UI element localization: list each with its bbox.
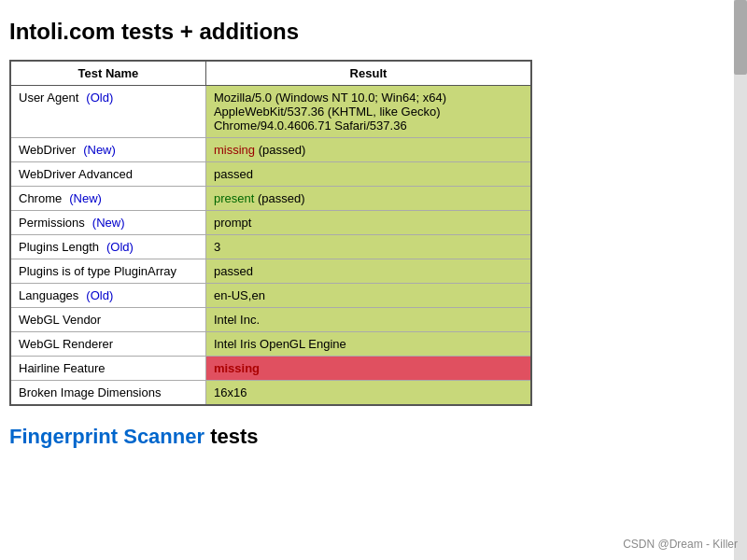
test-name-cell: User Agent(Old) bbox=[10, 86, 205, 138]
test-result-cell: en-US,en bbox=[205, 284, 531, 308]
test-result-value: prompt bbox=[214, 216, 251, 230]
page-container: Intoli.com tests + additions Test Name R… bbox=[0, 0, 728, 458]
test-name-cell: Chrome(New) bbox=[10, 187, 205, 211]
test-table: Test Name Result User Agent(Old)Mozilla/… bbox=[9, 60, 532, 406]
test-tag: (New) bbox=[69, 191, 102, 205]
test-name-cell: Plugins Length(Old) bbox=[10, 235, 205, 259]
table-row: Permissions(New)prompt bbox=[10, 211, 531, 235]
table-header-row: Test Name Result bbox=[10, 61, 531, 86]
test-result-value: missing (passed) bbox=[214, 143, 305, 157]
scrollbar[interactable] bbox=[734, 0, 747, 560]
test-tag: (Old) bbox=[106, 240, 134, 254]
fingerprint-section: Fingerprint Scanner tests bbox=[9, 425, 719, 449]
test-name: Broken Image Dimensions bbox=[19, 385, 161, 399]
test-name: WebDriver Advanced bbox=[19, 167, 133, 181]
test-name: User Agent bbox=[19, 91, 78, 105]
test-result-cell: Mozilla/5.0 (Windows NT 10.0; Win64; x64… bbox=[205, 86, 531, 138]
test-result-value: missing bbox=[214, 361, 260, 375]
test-tag: (New) bbox=[92, 216, 125, 230]
test-result-cell: Intel Iris OpenGL Engine bbox=[205, 332, 531, 357]
scrollbar-thumb[interactable] bbox=[734, 0, 747, 75]
test-result-cell: 16x16 bbox=[205, 381, 531, 406]
test-name-cell: Permissions(New) bbox=[10, 211, 205, 235]
test-result-cell: Intel Inc. bbox=[205, 308, 531, 332]
table-row: Broken Image Dimensions16x16 bbox=[10, 381, 531, 406]
table-row: WebGL RendererIntel Iris OpenGL Engine bbox=[10, 332, 531, 357]
test-name: WebDriver bbox=[19, 143, 76, 157]
col-header-result: Result bbox=[205, 61, 531, 86]
table-row: WebDriver(New)missing (passed) bbox=[10, 138, 531, 162]
fingerprint-link[interactable]: Fingerprint Scanner bbox=[9, 425, 204, 448]
table-row: Plugins Length(Old)3 bbox=[10, 235, 531, 259]
test-result-cell: 3 bbox=[205, 235, 531, 259]
page-title: Intoli.com tests + additions bbox=[9, 19, 719, 45]
test-result-value: Intel Iris OpenGL Engine bbox=[214, 337, 346, 351]
test-name-cell: WebDriver(New) bbox=[10, 138, 205, 162]
test-result-cell: present (passed) bbox=[205, 187, 531, 211]
test-name: Hairline Feature bbox=[19, 361, 106, 375]
table-row: WebDriver Advancedpassed bbox=[10, 162, 531, 187]
test-name: Chrome bbox=[19, 191, 62, 205]
test-name: Plugins Length bbox=[19, 240, 99, 254]
table-row: WebGL VendorIntel Inc. bbox=[10, 308, 531, 332]
test-result-value: 3 bbox=[214, 240, 220, 254]
test-name-cell: Broken Image Dimensions bbox=[10, 381, 205, 406]
test-result-value: en-US,en bbox=[214, 288, 265, 302]
test-name: Permissions bbox=[19, 216, 85, 230]
test-name-cell: WebGL Renderer bbox=[10, 332, 205, 357]
table-row: Languages(Old)en-US,en bbox=[10, 284, 531, 308]
test-result-cell: missing bbox=[205, 357, 531, 381]
fingerprint-suffix: tests bbox=[204, 425, 258, 448]
test-result-value: Intel Inc. bbox=[214, 313, 260, 327]
test-name: Plugins is of type PluginArray bbox=[19, 264, 176, 278]
test-name-cell: Languages(Old) bbox=[10, 284, 205, 308]
test-result-value: Mozilla/5.0 (Windows NT 10.0; Win64; x64… bbox=[214, 91, 446, 133]
col-header-name: Test Name bbox=[10, 61, 205, 86]
table-row: Hairline Featuremissing bbox=[10, 357, 531, 381]
test-result-cell: prompt bbox=[205, 211, 531, 235]
test-name: Languages bbox=[19, 288, 78, 302]
table-row: User Agent(Old)Mozilla/5.0 (Windows NT 1… bbox=[10, 86, 531, 138]
test-tag: (New) bbox=[83, 143, 116, 157]
test-result-cell: passed bbox=[205, 162, 531, 187]
test-name: WebGL Vendor bbox=[19, 313, 101, 327]
test-result-value: passed bbox=[214, 264, 253, 278]
test-name-cell: WebGL Vendor bbox=[10, 308, 205, 332]
test-tag: (Old) bbox=[86, 288, 113, 302]
test-result-value: 16x16 bbox=[214, 385, 247, 399]
test-result-cell: missing (passed) bbox=[205, 138, 531, 162]
table-row: Plugins is of type PluginArraypassed bbox=[10, 259, 531, 284]
test-name-cell: Hairline Feature bbox=[10, 357, 205, 381]
test-name-cell: Plugins is of type PluginArray bbox=[10, 259, 205, 284]
test-tag: (Old) bbox=[86, 91, 113, 105]
watermark: CSDN @Dream - Killer bbox=[623, 538, 738, 551]
test-result-value: present (passed) bbox=[214, 191, 305, 205]
table-row: Chrome(New)present (passed) bbox=[10, 187, 531, 211]
test-result-value: passed bbox=[214, 167, 253, 181]
test-name: WebGL Renderer bbox=[19, 337, 113, 351]
test-name-cell: WebDriver Advanced bbox=[10, 162, 205, 187]
test-result-cell: passed bbox=[205, 259, 531, 284]
